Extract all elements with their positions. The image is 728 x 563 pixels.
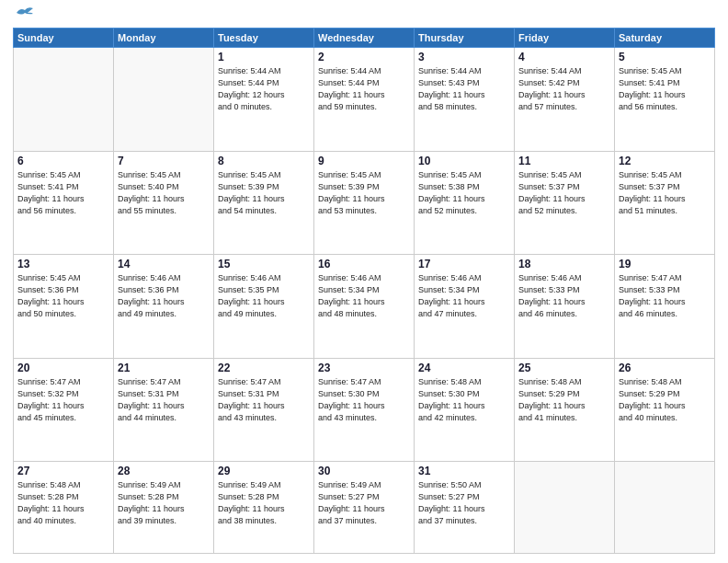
calendar-cell: 21Sunrise: 5:47 AMSunset: 5:31 PMDayligh… [114,358,214,462]
day-detail: Sunrise: 5:47 AMSunset: 5:31 PMDaylight:… [218,376,310,424]
calendar-cell: 12Sunrise: 5:45 AMSunset: 5:37 PMDayligh… [615,151,715,255]
day-detail: Sunrise: 5:45 AMSunset: 5:41 PMDaylight:… [619,65,711,113]
day-number: 30 [318,465,410,477]
day-detail: Sunrise: 5:49 AMSunset: 5:28 PMDaylight:… [218,479,310,527]
calendar-week-row: 6Sunrise: 5:45 AMSunset: 5:41 PMDaylight… [14,151,715,255]
calendar-cell: 15Sunrise: 5:46 AMSunset: 5:35 PMDayligh… [214,255,314,359]
day-number: 2 [318,51,410,63]
calendar-cell: 8Sunrise: 5:45 AMSunset: 5:39 PMDaylight… [214,151,314,255]
day-detail: Sunrise: 5:49 AMSunset: 5:27 PMDaylight:… [318,479,410,527]
calendar-cell: 25Sunrise: 5:48 AMSunset: 5:29 PMDayligh… [515,358,615,462]
calendar-cell: 26Sunrise: 5:48 AMSunset: 5:29 PMDayligh… [615,358,715,462]
day-number: 15 [218,258,310,270]
weekday-header: Thursday [415,29,515,48]
day-number: 9 [318,155,410,167]
day-number: 25 [518,362,610,374]
day-number: 24 [418,362,510,374]
day-number: 17 [418,258,510,270]
calendar-table: SundayMondayTuesdayWednesdayThursdayFrid… [13,28,715,554]
day-detail: Sunrise: 5:48 AMSunset: 5:30 PMDaylight:… [418,376,510,424]
calendar-cell: 3Sunrise: 5:44 AMSunset: 5:43 PMDaylight… [415,48,515,152]
day-detail: Sunrise: 5:47 AMSunset: 5:31 PMDaylight:… [118,376,210,424]
day-number: 11 [518,155,610,167]
calendar-cell: 28Sunrise: 5:49 AMSunset: 5:28 PMDayligh… [114,462,214,554]
day-detail: Sunrise: 5:44 AMSunset: 5:42 PMDaylight:… [518,65,610,113]
day-detail: Sunrise: 5:48 AMSunset: 5:29 PMDaylight:… [518,376,610,424]
calendar-cell [114,48,214,152]
calendar-cell: 16Sunrise: 5:46 AMSunset: 5:34 PMDayligh… [314,255,415,359]
calendar-cell: 14Sunrise: 5:46 AMSunset: 5:36 PMDayligh… [114,255,214,359]
day-number: 10 [418,155,510,167]
day-detail: Sunrise: 5:45 AMSunset: 5:38 PMDaylight:… [418,169,510,217]
calendar-cell: 5Sunrise: 5:45 AMSunset: 5:41 PMDaylight… [615,48,715,152]
calendar-cell: 2Sunrise: 5:44 AMSunset: 5:44 PMDaylight… [314,48,415,152]
day-number: 7 [118,155,210,167]
weekday-header: Sunday [14,29,114,48]
weekday-header: Monday [114,29,214,48]
day-detail: Sunrise: 5:46 AMSunset: 5:34 PMDaylight:… [418,272,510,320]
day-number: 6 [17,155,109,167]
calendar-cell [14,48,114,152]
logo [13,11,35,20]
day-number: 29 [218,465,310,477]
calendar-cell: 27Sunrise: 5:48 AMSunset: 5:28 PMDayligh… [14,462,114,554]
day-number: 14 [118,258,210,270]
calendar-cell: 29Sunrise: 5:49 AMSunset: 5:28 PMDayligh… [214,462,314,554]
calendar-cell [515,462,615,554]
day-number: 20 [17,362,109,374]
weekday-header: Tuesday [214,29,314,48]
day-detail: Sunrise: 5:46 AMSunset: 5:35 PMDaylight:… [218,272,310,320]
logo-bird-icon [15,6,35,20]
weekday-header: Friday [515,29,615,48]
day-number: 12 [619,155,711,167]
day-number: 28 [118,465,210,477]
weekday-header: Wednesday [314,29,415,48]
day-detail: Sunrise: 5:49 AMSunset: 5:28 PMDaylight:… [118,479,210,527]
calendar-cell: 4Sunrise: 5:44 AMSunset: 5:42 PMDaylight… [515,48,615,152]
calendar-cell: 18Sunrise: 5:46 AMSunset: 5:33 PMDayligh… [515,255,615,359]
day-number: 26 [619,362,711,374]
day-detail: Sunrise: 5:44 AMSunset: 5:43 PMDaylight:… [418,65,510,113]
calendar-cell: 1Sunrise: 5:44 AMSunset: 5:44 PMDaylight… [214,48,314,152]
day-detail: Sunrise: 5:45 AMSunset: 5:37 PMDaylight:… [619,169,711,217]
day-detail: Sunrise: 5:44 AMSunset: 5:44 PMDaylight:… [318,65,410,113]
day-number: 23 [318,362,410,374]
day-detail: Sunrise: 5:45 AMSunset: 5:40 PMDaylight:… [118,169,210,217]
calendar-cell: 11Sunrise: 5:45 AMSunset: 5:37 PMDayligh… [515,151,615,255]
calendar-cell: 24Sunrise: 5:48 AMSunset: 5:30 PMDayligh… [415,358,515,462]
header [13,11,715,20]
calendar-cell: 7Sunrise: 5:45 AMSunset: 5:40 PMDaylight… [114,151,214,255]
day-number: 13 [17,258,109,270]
day-number: 18 [518,258,610,270]
day-number: 8 [218,155,310,167]
day-detail: Sunrise: 5:45 AMSunset: 5:41 PMDaylight:… [17,169,109,217]
calendar-cell: 31Sunrise: 5:50 AMSunset: 5:27 PMDayligh… [415,462,515,554]
day-number: 1 [218,51,310,63]
calendar-cell: 10Sunrise: 5:45 AMSunset: 5:38 PMDayligh… [415,151,515,255]
day-number: 19 [619,258,711,270]
calendar-week-row: 20Sunrise: 5:47 AMSunset: 5:32 PMDayligh… [14,358,715,462]
day-detail: Sunrise: 5:45 AMSunset: 5:39 PMDaylight:… [318,169,410,217]
calendar-week-row: 13Sunrise: 5:45 AMSunset: 5:36 PMDayligh… [14,255,715,359]
day-detail: Sunrise: 5:47 AMSunset: 5:32 PMDaylight:… [17,376,109,424]
day-detail: Sunrise: 5:45 AMSunset: 5:39 PMDaylight:… [218,169,310,217]
calendar-cell: 22Sunrise: 5:47 AMSunset: 5:31 PMDayligh… [214,358,314,462]
day-detail: Sunrise: 5:50 AMSunset: 5:27 PMDaylight:… [418,479,510,527]
day-number: 22 [218,362,310,374]
day-number: 5 [619,51,711,63]
weekday-header: Saturday [615,29,715,48]
day-detail: Sunrise: 5:47 AMSunset: 5:30 PMDaylight:… [318,376,410,424]
day-number: 31 [418,465,510,477]
day-number: 16 [318,258,410,270]
calendar-cell: 20Sunrise: 5:47 AMSunset: 5:32 PMDayligh… [14,358,114,462]
page: SundayMondayTuesdayWednesdayThursdayFrid… [0,0,728,563]
day-detail: Sunrise: 5:46 AMSunset: 5:36 PMDaylight:… [118,272,210,320]
day-detail: Sunrise: 5:44 AMSunset: 5:44 PMDaylight:… [218,65,310,113]
day-detail: Sunrise: 5:46 AMSunset: 5:34 PMDaylight:… [318,272,410,320]
calendar-cell: 19Sunrise: 5:47 AMSunset: 5:33 PMDayligh… [615,255,715,359]
calendar-cell: 17Sunrise: 5:46 AMSunset: 5:34 PMDayligh… [415,255,515,359]
calendar-cell: 13Sunrise: 5:45 AMSunset: 5:36 PMDayligh… [14,255,114,359]
day-detail: Sunrise: 5:48 AMSunset: 5:28 PMDaylight:… [17,479,109,527]
calendar-week-row: 1Sunrise: 5:44 AMSunset: 5:44 PMDaylight… [14,48,715,152]
day-detail: Sunrise: 5:45 AMSunset: 5:37 PMDaylight:… [518,169,610,217]
